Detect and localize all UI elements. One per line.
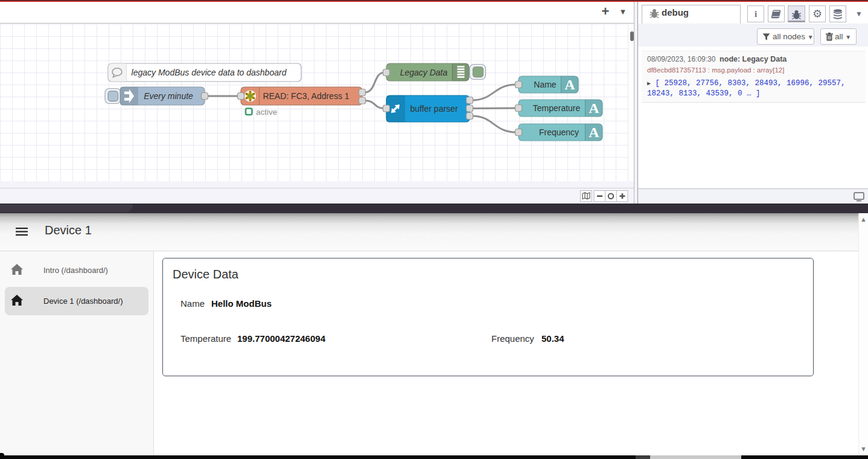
svg-text:READ: FC3, Address 1: READ: FC3, Address 1 — [263, 91, 349, 101]
svg-text:legacy ModBus device data to d: legacy ModBus device data to dashboard — [132, 68, 287, 77]
svg-text:Legacy Data: Legacy Data — [400, 68, 448, 77]
svg-text:Name: Name — [534, 80, 557, 89]
svg-text:active: active — [256, 108, 277, 117]
svg-text:A: A — [589, 100, 599, 116]
svg-text:Temperature: Temperature — [533, 103, 581, 113]
svg-text:Frequency: Frequency — [539, 127, 579, 137]
svg-text:Every minute: Every minute — [144, 91, 193, 101]
svg-text:A: A — [589, 124, 599, 140]
svg-text:buffer parser: buffer parser — [410, 104, 458, 114]
svg-text:A: A — [564, 77, 575, 92]
